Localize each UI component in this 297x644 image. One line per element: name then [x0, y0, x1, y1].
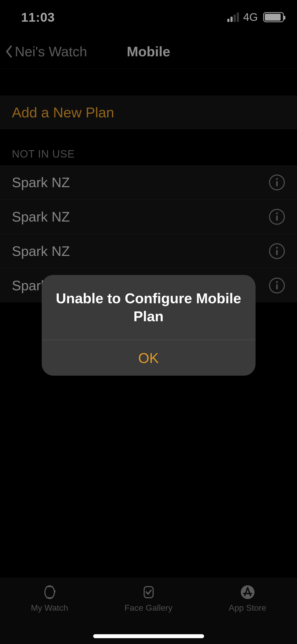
navigation-bar: Nei's Watch Mobile: [0, 34, 297, 69]
info-button[interactable]: [269, 209, 285, 225]
section-header-not-in-use: NOT IN USE: [0, 130, 297, 165]
status-right: 4G: [227, 11, 284, 24]
svg-point-4: [276, 212, 278, 214]
plan-label: Spark NZ: [12, 174, 70, 190]
plan-row[interactable]: Spark NZ: [0, 165, 297, 200]
svg-rect-2: [276, 181, 278, 186]
back-button[interactable]: Nei's Watch: [5, 44, 87, 59]
cellular-signal-icon: [227, 12, 239, 22]
info-button[interactable]: [269, 277, 285, 294]
info-icon: [269, 277, 285, 294]
svg-rect-14: [144, 587, 153, 598]
plan-label: Spark NZ: [12, 209, 70, 225]
face-gallery-icon: [140, 584, 157, 600]
svg-rect-11: [276, 284, 278, 289]
add-plan-row[interactable]: Add a New Plan: [0, 95, 297, 130]
svg-point-7: [276, 247, 278, 249]
app-store-icon: [239, 584, 256, 600]
info-button[interactable]: [269, 174, 285, 191]
info-icon: [269, 209, 285, 225]
alert-dialog: Unable to Configure Mobile Plan OK: [42, 275, 256, 376]
home-indicator[interactable]: [93, 634, 204, 638]
alert-title: Unable to Configure Mobile Plan: [55, 289, 242, 325]
svg-rect-8: [276, 250, 278, 255]
svg-rect-13: [54, 590, 55, 592]
watch-icon: [41, 584, 58, 600]
plan-label: Spark NZ: [12, 243, 70, 259]
alert-ok-button[interactable]: OK: [42, 340, 256, 376]
svg-point-1: [276, 178, 278, 180]
tab-label: My Watch: [31, 603, 68, 613]
tab-label: App Store: [229, 603, 266, 613]
tab-my-watch[interactable]: My Watch: [0, 584, 99, 613]
svg-point-10: [276, 281, 278, 283]
add-plan-label: Add a New Plan: [12, 104, 114, 121]
plan-row[interactable]: Spark NZ: [0, 200, 297, 234]
page-title: Mobile: [127, 44, 170, 59]
network-type-label: 4G: [243, 11, 258, 24]
tab-app-store[interactable]: App Store: [198, 584, 297, 613]
spacer: [0, 69, 297, 95]
plan-row[interactable]: Spark NZ: [0, 234, 297, 268]
battery-icon: [263, 12, 284, 22]
info-icon: [269, 243, 285, 259]
status-time: 11:03: [21, 10, 55, 25]
status-bar: 11:03 4G: [0, 0, 297, 34]
svg-rect-5: [276, 215, 278, 221]
tab-label: Face Gallery: [125, 603, 172, 613]
svg-point-12: [45, 586, 54, 599]
info-button[interactable]: [269, 243, 285, 259]
chevron-left-icon: [5, 45, 13, 58]
back-label: Nei's Watch: [15, 44, 87, 59]
info-icon: [269, 174, 285, 191]
alert-ok-label: OK: [138, 350, 159, 366]
tab-face-gallery[interactable]: Face Gallery: [99, 584, 198, 613]
